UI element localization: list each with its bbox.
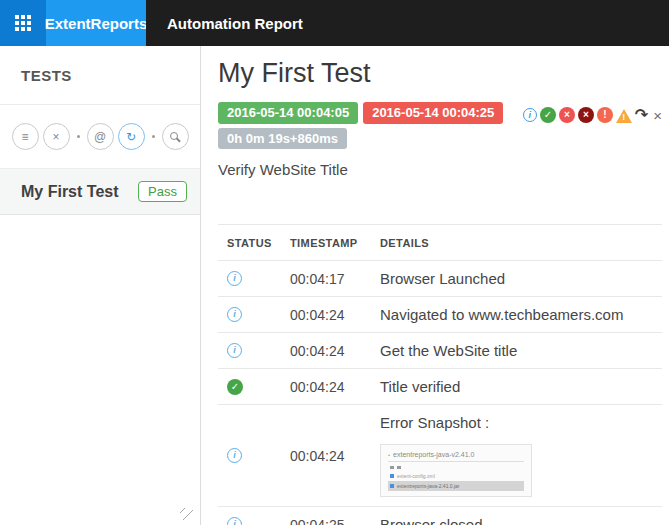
fail-filter-icon[interactable]: × [559,107,575,123]
refresh-icon: ↻ [126,131,136,143]
log-timestamp: 00:04:24 [290,448,380,464]
end-time-badge: 2016-05-14 00:04:25 [363,102,503,124]
search-button[interactable] [162,123,189,150]
log-row: i 00:04:17 Browser Launched [218,260,662,296]
duration-badge: 0h 0m 19s+860ms [218,128,347,150]
snapshot-file-row: extent-config.xml [388,471,524,481]
log-row: ✓ 00:04:24 Title verified [218,368,662,404]
snapshot-label: Error Snapshot : [380,414,656,431]
tests-sidebar: TESTS ≡ × @ ↻ My First Test Pass [0,46,201,525]
log-details: Error Snapshot : • extentreports-java-v2… [380,414,662,497]
info-filter-icon[interactable]: i [523,108,537,122]
log-table: STATUS TIMESTAMP DETAILS i 00:04:17 Brow… [218,224,662,525]
log-details: Browser Launched [380,270,662,287]
log-details: Title verified [380,378,662,395]
list-icon: ≡ [21,131,28,143]
error-filter-icon[interactable]: ! [597,107,613,123]
snapshot-file-name: extent-config.xml [397,473,435,479]
brand-logo[interactable]: ExtentReports [46,0,146,46]
log-status-filter-bar: i ✓ × × ! ! ↷ × [523,107,662,123]
snapshot-file-row-selected: extentreports-java-2.41.0.jar [388,481,524,491]
status-column-header: STATUS [218,237,290,249]
log-timestamp: 00:04:24 [290,343,380,359]
pass-filter-icon[interactable]: ✓ [540,107,556,123]
content-area: TESTS ≡ × @ ↻ My First Test Pass [0,46,669,525]
info-icon: i [227,307,242,322]
start-time-badge: 2016-05-14 00:04:05 [218,102,358,124]
report-title: Automation Report [146,0,669,46]
test-meta-row: 2016-05-14 00:04:05 2016-05-14 00:04:25 … [218,102,662,153]
info-icon: i [227,271,242,286]
log-row: i 00:04:24 Navigated to www.techbeamers.… [218,296,662,332]
pass-icon: ✓ [227,379,243,395]
info-icon: i [227,517,242,525]
timestamp-column-header: TIMESTAMP [290,237,380,249]
log-timestamp: 00:04:24 [290,307,380,323]
file-icon [390,474,394,478]
page-title: My First Test [218,58,662,89]
warning-exclamation: ! [622,112,625,122]
sidebar-test-item[interactable]: My First Test Pass [0,169,200,215]
refresh-button[interactable]: ↻ [118,123,145,150]
top-navbar: ExtentReports Automation Report [0,0,669,46]
test-filter-toolbar: ≡ × @ ↻ [0,105,200,169]
test-description: Verify WebSite Title [218,161,662,178]
grid-icon [15,15,31,31]
tests-heading: TESTS [0,46,200,105]
log-timestamp: 00:04:17 [290,271,380,287]
fatal-filter-icon[interactable]: × [578,107,594,123]
test-item-name: My First Test [21,183,119,201]
snapshot-file-name: extentreports-java-2.41.0.jar [397,483,460,489]
log-details: Get the WebSite title [380,342,662,359]
category-icon: @ [94,131,106,143]
clear-filters-icon[interactable]: × [653,108,662,123]
list-view-button[interactable]: ≡ [12,123,39,150]
details-column-header: DETAILS [380,237,662,249]
search-icon [169,131,181,143]
log-row: i 00:04:24 Get the WebSite title [218,332,662,368]
info-icon: i [227,448,242,463]
log-timestamp: 00:04:25 [290,517,380,525]
resize-grip[interactable] [180,508,193,520]
test-detail-panel: My First Test 2016-05-14 00:04:05 2016-0… [201,46,669,525]
time-badges: 2016-05-14 00:04:05 2016-05-14 00:04:25 … [218,102,503,153]
caret-icon: • [388,452,390,458]
test-status-badge: Pass [138,181,187,202]
log-row: i 00:04:25 Browser closed [218,506,662,525]
log-details: Navigated to www.techbeamers.com [380,306,662,323]
snapshot-title-text: extentreports-java-v2.41.0 [393,451,474,458]
divider [388,461,524,462]
error-snapshot-thumbnail[interactable]: • extentreports-java-v2.41.0 extent-conf… [380,444,532,497]
warning-filter-icon[interactable]: ! [616,109,632,123]
snapshot-folder-title: • extentreports-java-v2.41.0 [388,451,524,458]
apps-grid-button[interactable] [0,0,46,46]
log-timestamp: 00:04:24 [290,379,380,395]
close-icon: × [52,131,59,143]
skip-filter-icon[interactable]: ↷ [635,107,648,123]
category-filter-button[interactable]: @ [87,123,114,150]
separator-dot [77,135,80,138]
separator-dot [152,135,155,138]
log-row-error-snapshot: i 00:04:24 Error Snapshot : • extentrepo… [218,404,662,506]
log-table-header: STATUS TIMESTAMP DETAILS [218,224,662,260]
file-icon [390,484,394,488]
clear-filter-button[interactable]: × [43,123,70,150]
info-icon: i [227,343,242,358]
log-details: Browser closed [380,516,662,525]
